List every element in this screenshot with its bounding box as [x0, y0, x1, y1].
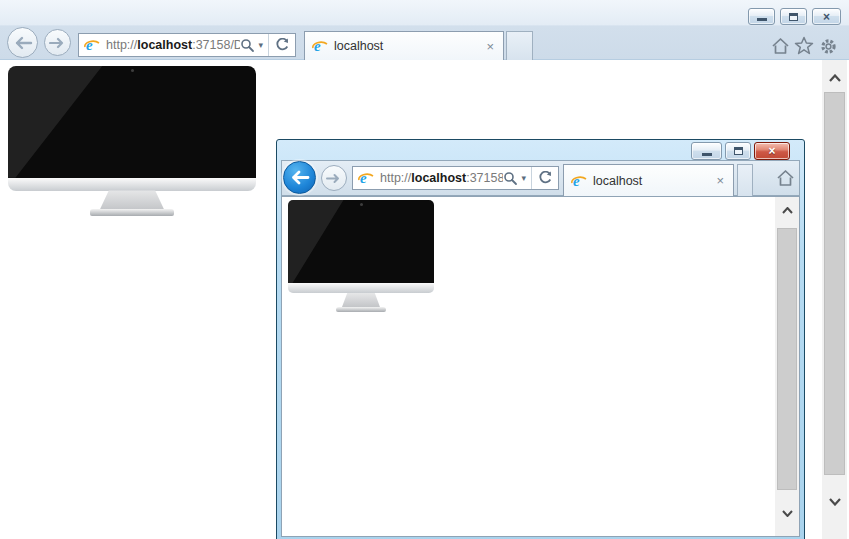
outer-tab-localhost[interactable]: e localhost × — [304, 31, 504, 60]
inner-address-bar[interactable]: e http://localhost:37158/ ▾ — [352, 166, 559, 190]
outer-back-button[interactable] — [7, 27, 38, 58]
favorites-star-icon[interactable] — [794, 36, 814, 56]
inner-page-content — [281, 196, 800, 537]
monitor-image — [8, 66, 256, 215]
inner-maximize-button[interactable] — [725, 142, 751, 160]
inner-minimize-button[interactable] — [691, 142, 722, 160]
inner-forward-button[interactable] — [321, 165, 347, 191]
search-icon[interactable] — [240, 38, 255, 53]
home-icon[interactable] — [776, 169, 795, 188]
address-dropdown-icon[interactable]: ▾ — [255, 40, 266, 50]
monitor-stand-base — [90, 209, 174, 216]
outer-tab-close-icon[interactable]: × — [484, 40, 496, 53]
restore-icon — [734, 147, 743, 155]
home-icon[interactable] — [771, 37, 790, 56]
inner-browser-window: × e http://localhost:37158/ — [276, 139, 805, 539]
inner-close-button[interactable]: × — [754, 142, 790, 160]
monitor-camera-dot — [360, 203, 363, 206]
back-arrow-icon — [289, 170, 310, 185]
outer-scroll-up-button[interactable] — [822, 74, 847, 82]
outer-window-chrome: × e http://localhost:37158/Def ▾ — [0, 0, 849, 60]
inner-scroll-down-button[interactable] — [775, 510, 799, 517]
outer-new-tab-stub[interactable] — [506, 31, 533, 60]
inner-scroll-thumb[interactable] — [777, 228, 797, 490]
monitor-stand-neck — [100, 190, 164, 209]
inner-back-button[interactable] — [283, 161, 316, 194]
outer-maximize-button[interactable] — [780, 8, 807, 25]
monitor-chin — [8, 178, 256, 191]
outer-forward-button[interactable] — [44, 29, 71, 56]
svg-text:e: e — [314, 38, 321, 54]
forward-arrow-icon — [49, 37, 66, 49]
outer-scroll-down-button[interactable] — [822, 498, 847, 506]
svg-text:e: e — [360, 170, 367, 186]
monitor-chin — [288, 283, 434, 293]
settings-gear-icon[interactable] — [819, 37, 838, 56]
outer-vertical-scrollbar[interactable] — [822, 60, 847, 539]
tab-favicon-ie-icon: e — [312, 38, 328, 54]
inner-tab-close-icon[interactable]: × — [714, 174, 726, 187]
monitor-camera-dot — [131, 69, 134, 72]
outer-page-content: × e http://localhost:37158/ — [0, 60, 849, 539]
monitor-stand-base — [336, 307, 386, 312]
forward-arrow-icon — [326, 173, 342, 184]
close-icon: × — [823, 11, 830, 23]
monitor-screen — [288, 200, 434, 283]
address-dropdown-icon[interactable]: ▾ — [518, 173, 529, 183]
ie-logo-icon: e — [358, 170, 374, 186]
tab-favicon-ie-icon: e — [571, 173, 587, 189]
inner-refresh-button[interactable] — [531, 167, 558, 189]
inner-tab-localhost[interactable]: e localhost × — [563, 164, 734, 196]
restore-icon — [789, 13, 798, 21]
chevron-up-icon — [782, 207, 793, 214]
close-icon: × — [768, 145, 775, 157]
chevron-up-icon — [829, 74, 841, 82]
inner-url-text: http://localhost:37158/ — [380, 171, 503, 185]
outer-refresh-button[interactable] — [268, 34, 295, 56]
search-icon[interactable] — [503, 171, 518, 186]
minimize-icon — [702, 153, 712, 156]
monitor-screen-reflection — [288, 200, 434, 283]
svg-text:e: e — [86, 37, 93, 53]
chevron-down-icon — [782, 510, 793, 517]
outer-scroll-thumb[interactable] — [824, 92, 845, 475]
outer-tab-label: localhost — [334, 39, 484, 53]
outer-address-bar[interactable]: e http://localhost:37158/Def ▾ — [78, 33, 296, 57]
inner-tab-label: localhost — [593, 174, 714, 188]
monitor-screen-reflection — [8, 66, 256, 178]
monitor-screen — [8, 66, 256, 178]
back-arrow-icon — [13, 36, 33, 50]
ie-logo-icon: e — [84, 37, 100, 53]
minimize-icon — [757, 18, 767, 21]
monitor-image-small — [288, 200, 434, 311]
outer-url-text: http://localhost:37158/Def — [106, 38, 240, 52]
inner-vertical-scrollbar[interactable] — [775, 197, 799, 536]
chevron-down-icon — [829, 498, 841, 506]
inner-new-tab-stub[interactable] — [737, 164, 753, 196]
inner-scroll-up-button[interactable] — [775, 207, 799, 214]
svg-text:e: e — [573, 173, 580, 189]
inner-navbar: e http://localhost:37158/ ▾ e — [281, 160, 800, 196]
monitor-stand-neck — [342, 293, 380, 307]
outer-close-button[interactable]: × — [812, 8, 841, 25]
refresh-icon — [538, 171, 552, 185]
outer-minimize-button[interactable] — [748, 8, 775, 25]
refresh-icon — [275, 38, 289, 52]
